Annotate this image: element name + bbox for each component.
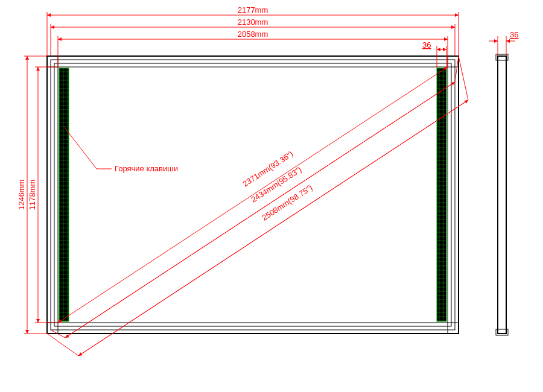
dim-top-1: 2177mm [238,5,268,14]
diag-line-2 [65,82,455,338]
hotkey-strip-right [437,68,446,321]
dim-small-36: 36 [422,40,431,49]
hotkey-callout: Горячие клавиши [64,127,178,173]
corner-br [448,323,459,334]
diag-line-3 [78,100,468,356]
dim-left-1: 1246mm [17,180,26,210]
dim-left-2: 1178mm [28,180,37,210]
corner-bl [47,323,58,334]
side-view: 36 [489,30,518,335]
dim-top-2: 2130mm [238,17,268,27]
corner-tr [448,56,459,67]
svg-line-17 [459,56,468,100]
svg-line-16 [47,334,78,356]
corner-tl [47,56,58,67]
callout-label: Горячие клавиши [115,164,178,173]
top-dimension-group: 2177mm 2130mm 2058mm 36 [47,5,459,68]
dim-top-3: 2058mm [238,30,268,39]
diagonal-dimension-group: 2371mm(93.36") 2434mm(95.83") 2508mm(98.… [47,56,468,356]
svg-rect-20 [498,56,506,334]
side-dim-36: 36 [510,30,518,39]
left-dimension-group: 1246mm 1178mm [17,56,58,334]
hotkey-strip-left [59,68,69,321]
